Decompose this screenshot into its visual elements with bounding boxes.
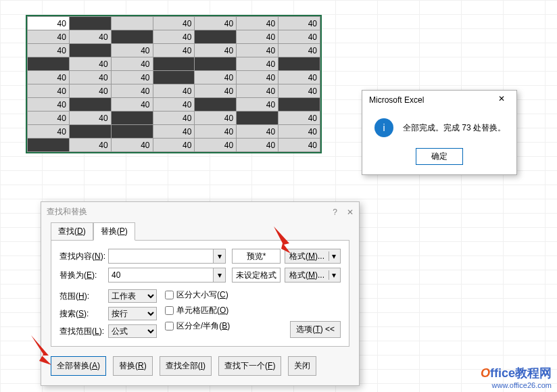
cell[interactable]: 40 [237,17,278,30]
cell[interactable]: 40 [237,71,278,84]
cell[interactable]: 40 [195,84,237,98]
within-select[interactable]: 工作表 [108,289,157,303]
cell[interactable]: 40 [278,30,320,44]
replace-history-dropdown[interactable]: ▾ [214,268,226,283]
cell[interactable]: 40 [69,139,111,152]
cell[interactable] [237,112,278,125]
cell[interactable]: 40 [195,125,237,139]
spreadsheet-table[interactable]: 4040404040404040404040404040404040404040… [27,16,320,152]
cell[interactable]: 40 [237,44,278,57]
cell[interactable]: 40 [111,98,153,112]
cell[interactable]: 40 [69,57,111,71]
find-history-dropdown[interactable]: ▾ [214,249,226,264]
cell[interactable]: 40 [28,30,70,44]
lookin-select[interactable]: 公式 [108,324,157,338]
cell[interactable]: 40 [28,17,70,30]
cell[interactable] [69,125,111,139]
cell[interactable] [111,30,153,44]
cell[interactable] [111,112,153,125]
cell[interactable]: 40 [278,71,320,84]
cell[interactable] [111,17,153,30]
cell[interactable] [69,98,111,112]
tab-replace[interactable]: 替换(P) [93,222,135,241]
cell[interactable]: 40 [195,17,237,30]
cell[interactable]: 40 [28,44,70,57]
cell[interactable]: 40 [195,44,237,57]
ok-button[interactable]: 确定 [416,148,463,165]
close-button[interactable]: 关闭 [288,356,316,376]
cell[interactable]: 40 [195,139,237,152]
chevron-down-icon[interactable]: ▾ [329,270,336,280]
find-next-button[interactable]: 查找下一个(F) [218,356,281,376]
cell[interactable]: 40 [278,17,320,30]
cell[interactable]: 40 [28,125,70,139]
tab-find[interactable]: 查找(D) [51,222,93,241]
match-case-checkbox[interactable]: 区分大小写(C) [165,289,230,301]
cell[interactable]: 40 [237,139,278,152]
cell[interactable] [69,44,111,57]
cell[interactable] [195,57,237,71]
cell[interactable]: 40 [278,139,320,152]
match-case-input[interactable] [165,291,174,299]
cell[interactable] [111,125,153,139]
cell[interactable] [69,17,111,30]
cell[interactable]: 40 [111,71,153,84]
cell[interactable]: 40 [111,84,153,98]
spreadsheet-selection[interactable]: 4040404040404040404040404040404040404040… [26,15,322,153]
cell[interactable]: 40 [237,84,278,98]
find-all-button[interactable]: 查找全部(I) [160,356,212,376]
cell[interactable]: 40 [153,125,195,139]
cell[interactable] [278,57,320,71]
cell[interactable]: 40 [28,98,70,112]
cell[interactable]: 40 [153,84,195,98]
cell[interactable]: 40 [28,84,70,98]
cell[interactable]: 40 [153,98,195,112]
cell[interactable]: 40 [69,84,111,98]
cell[interactable] [28,57,70,71]
cell[interactable]: 40 [69,112,111,125]
cell[interactable] [153,71,195,84]
cell[interactable]: 40 [111,57,153,71]
cell[interactable] [28,139,70,152]
search-order-select[interactable]: 按行 [108,307,157,320]
replace-button[interactable]: 替换(R) [113,356,153,376]
cell[interactable]: 40 [28,112,70,125]
cell[interactable]: 40 [195,71,237,84]
match-byte-input[interactable] [165,322,174,330]
cell[interactable]: 40 [278,112,320,125]
help-icon[interactable]: ? [333,207,337,217]
find-what-input[interactable] [108,249,214,264]
cell[interactable]: 40 [237,98,278,112]
cell[interactable] [278,98,320,112]
cell[interactable]: 40 [28,71,70,84]
dialog-button-row: 全部替换(A) 替换(R) 查找全部(I) 查找下一个(F) 关闭 [41,347,359,385]
cell[interactable]: 40 [153,30,195,44]
cell[interactable]: 40 [237,125,278,139]
cell[interactable]: 40 [69,30,111,44]
match-entire-cell-input[interactable] [165,306,174,315]
close-icon[interactable]: ✕ [347,207,354,217]
cell[interactable]: 40 [195,112,237,125]
cell[interactable] [195,30,237,44]
options-toggle-button[interactable]: 选项(T) << [290,321,341,338]
cell[interactable]: 40 [153,112,195,125]
cell[interactable] [195,98,237,112]
cell[interactable]: 40 [111,139,153,152]
cell[interactable]: 40 [237,57,278,71]
cell[interactable]: 40 [111,44,153,57]
cell[interactable]: 40 [278,125,320,139]
chevron-down-icon[interactable]: ▾ [329,251,336,261]
cell[interactable] [153,57,195,71]
cell[interactable]: 40 [153,44,195,57]
cell[interactable]: 40 [153,139,195,152]
cell[interactable]: 40 [278,84,320,98]
match-byte-checkbox[interactable]: 区分全/半角(B) [165,320,230,332]
close-icon[interactable]: ✕ [492,94,511,106]
cell[interactable]: 40 [153,17,195,30]
match-entire-cell-checkbox[interactable]: 单元格匹配(O) [165,305,230,316]
replace-format-button[interactable]: 格式(M)...▾ [285,268,341,283]
cell[interactable]: 40 [278,44,320,57]
cell[interactable]: 40 [69,71,111,84]
cell[interactable]: 40 [237,30,278,44]
replace-with-input[interactable] [108,268,214,283]
